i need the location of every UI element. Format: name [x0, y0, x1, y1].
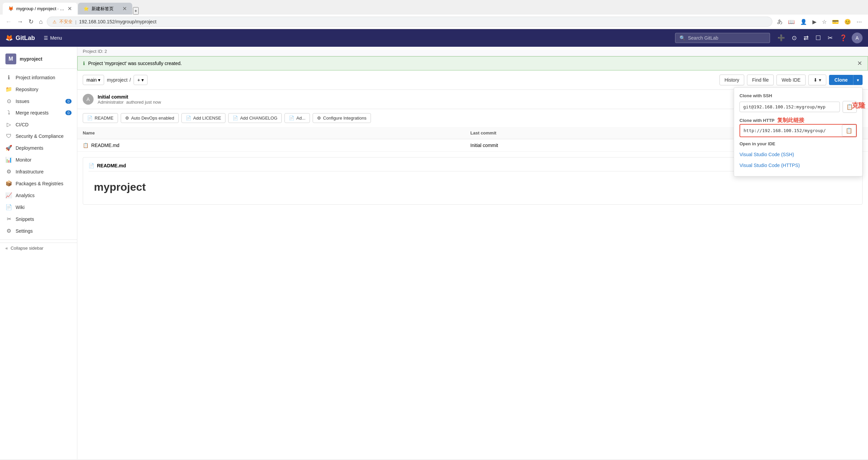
sidebar-item-monitor[interactable]: 📊 Monitor: [0, 154, 77, 166]
readme-file-icon: 📄: [87, 116, 93, 121]
collapse-sidebar-button[interactable]: « Collapse sidebar: [0, 243, 77, 253]
commit-time-label: authored just now: [126, 100, 161, 105]
add-other-label: Ad...: [296, 116, 305, 121]
tab-close-gitlab[interactable]: ✕: [67, 5, 72, 12]
tab-gitlab[interactable]: 🦊 mygroup / myproject · GitLab ✕: [3, 3, 77, 15]
gitlab-fox-icon: 🦊: [5, 34, 13, 42]
address-bar[interactable]: ⚠ 不安全 | 192.168.100.152/mygroup/myprojec…: [47, 17, 772, 27]
sidebar-label-ci-cd: CI/CD: [16, 122, 28, 127]
web-ide-button[interactable]: Web IDE: [776, 75, 806, 85]
auto-devops-button[interactable]: ⚙ Auto DevOps enabled: [121, 113, 179, 123]
vscode-https-option[interactable]: Visual Studio Code (HTTPS): [739, 160, 857, 171]
extensions-button[interactable]: ▶: [810, 17, 818, 26]
clone-dropdown-button[interactable]: ▾: [853, 75, 863, 85]
ssh-url-input[interactable]: [739, 102, 840, 112]
clone-main-button[interactable]: Clone: [829, 75, 853, 85]
home-button[interactable]: ⌂: [38, 17, 44, 27]
sidebar-item-packages-registries[interactable]: 📦 Packages & Registries: [0, 177, 77, 189]
success-message: Project 'myproject' was successfully cre…: [88, 61, 182, 66]
file-name-cell[interactable]: 📋 README.md: [77, 139, 465, 152]
readme-content: myproject: [88, 175, 857, 199]
sidebar-item-settings[interactable]: ⚙ Settings: [0, 225, 77, 237]
banner-close-button[interactable]: ✕: [857, 60, 862, 67]
issues-button[interactable]: ⊙: [790, 32, 799, 44]
translate-button[interactable]: あ: [775, 17, 785, 27]
history-button[interactable]: History: [719, 75, 745, 85]
sidebar-item-snippets[interactable]: ✂ Snippets: [0, 213, 77, 225]
path-separator: /: [130, 77, 131, 83]
add-file-button[interactable]: + ▾: [134, 75, 147, 85]
menu-button[interactable]: ☰ Menu: [40, 33, 65, 43]
info-icon: ℹ: [83, 61, 85, 66]
sidebar-item-security-compliance[interactable]: 🛡 Security & Compliance: [0, 130, 77, 142]
user-avatar[interactable]: A: [852, 33, 863, 43]
gitlab-logo: 🦊 GitLab: [5, 34, 35, 42]
auto-devops-label: Auto DevOps enabled: [131, 116, 174, 121]
add-license-button[interactable]: 📄 Add LICENSE: [181, 113, 225, 123]
sidebar-item-project-information[interactable]: ℹ Project information: [0, 71, 77, 83]
sidebar-item-analytics[interactable]: 📈 Analytics: [0, 189, 77, 201]
integrations-icon: ⚙: [317, 116, 321, 121]
create-button[interactable]: ➕: [775, 32, 787, 44]
wallet-button[interactable]: 💳: [830, 17, 841, 26]
sidebar-label-monitor: Monitor: [16, 157, 32, 163]
more-button[interactable]: ⋯: [854, 17, 864, 26]
browser-chrome: 🦊 mygroup / myproject · GitLab ✕ ⭐ 新建标签页…: [0, 0, 868, 29]
packages-icon: 📦: [5, 180, 12, 187]
sidebar: M myproject ℹ Project information 📁 Repo…: [0, 47, 77, 459]
add-other-button[interactable]: 📄 Ad...: [284, 113, 310, 123]
sidebar-item-issues[interactable]: ⊙ Issues 0: [0, 95, 77, 107]
reload-button[interactable]: ↻: [27, 17, 35, 27]
vscode-ssh-option[interactable]: Visual Studio Code (SSH): [739, 149, 857, 160]
collapse-label: Collapse sidebar: [11, 246, 43, 251]
tab-favicon-gitlab: 🦊: [8, 6, 14, 11]
tab-newtab[interactable]: ⭐ 新建标签页 ✕: [78, 3, 132, 15]
configure-integrations-button[interactable]: ⚙ Configure Integrations: [313, 113, 371, 123]
plus-icon: +: [137, 77, 140, 83]
header-search[interactable]: 🔍 Search GitLab: [675, 33, 770, 43]
sidebar-item-repository[interactable]: 📁 Repository: [0, 83, 77, 95]
help-button[interactable]: ❓: [837, 32, 849, 44]
wiki-icon: 📄: [5, 204, 12, 210]
address-separator: |: [75, 19, 76, 24]
merge-requests-icon-button[interactable]: ⇄: [802, 32, 811, 44]
forward-button[interactable]: →: [16, 17, 24, 27]
snippets-icon-button[interactable]: ✂: [826, 32, 835, 44]
reader-button[interactable]: 📖: [786, 17, 797, 26]
add-changelog-button[interactable]: 📄 Add CHANGELOG: [228, 113, 282, 123]
sidebar-item-deployments[interactable]: 🚀 Deployments: [0, 142, 77, 154]
add-readme-button[interactable]: 📄 README: [83, 113, 118, 123]
download-button-group[interactable]: ⬇ ▾: [808, 75, 826, 85]
http-copy-button[interactable]: 📋: [842, 125, 856, 137]
http-url-input[interactable]: [740, 126, 839, 135]
configure-integrations-label: Configure Integrations: [323, 116, 367, 121]
find-file-button[interactable]: Find file: [747, 75, 774, 85]
account-button[interactable]: 👤: [798, 17, 809, 26]
favorites-button[interactable]: ☆: [820, 17, 829, 26]
http-section-title: Clone with HTTP: [739, 118, 774, 123]
http-section-header: Clone with HTTP 复制此链接: [739, 117, 857, 124]
sidebar-item-ci-cd[interactable]: ▷ CI/CD: [0, 119, 77, 130]
sidebar-label-analytics: Analytics: [16, 193, 35, 198]
security-icon: 🛡: [5, 133, 12, 139]
sidebar-item-infrastructure[interactable]: ⚙ Infrastructure: [0, 166, 77, 177]
tab-close-newtab[interactable]: ✕: [122, 5, 127, 12]
branch-selector[interactable]: main ▾: [83, 75, 104, 85]
address-text: 192.168.100.152/mygroup/myproject: [79, 19, 767, 24]
back-button[interactable]: ←: [4, 17, 13, 27]
sidebar-item-merge-requests[interactable]: ⤵ Merge requests 0: [0, 107, 77, 119]
readme-file-icon-header: 📄: [88, 163, 94, 168]
tab-title-newtab: 新建标签页: [92, 6, 120, 12]
clone-dropdown-panel: Clone with SSH 📋 Clone with HTTP 复制此链接 📋…: [734, 87, 863, 176]
user-profile-button[interactable]: 😊: [842, 17, 853, 26]
security-warning-icon: ⚠: [53, 19, 57, 24]
new-tab-button[interactable]: ＋: [133, 7, 139, 15]
sidebar-project-name: myproject: [20, 56, 42, 62]
issues-icon: ⊙: [5, 98, 12, 104]
sidebar-label-packages-registries: Packages & Registries: [16, 181, 63, 186]
file-name: README.md: [91, 143, 119, 148]
path-breadcrumb: myproject /: [107, 77, 131, 83]
add-license-label: Add LICENSE: [193, 116, 221, 121]
todo-button[interactable]: ☐: [813, 32, 823, 44]
sidebar-item-wiki[interactable]: 📄 Wiki: [0, 201, 77, 213]
